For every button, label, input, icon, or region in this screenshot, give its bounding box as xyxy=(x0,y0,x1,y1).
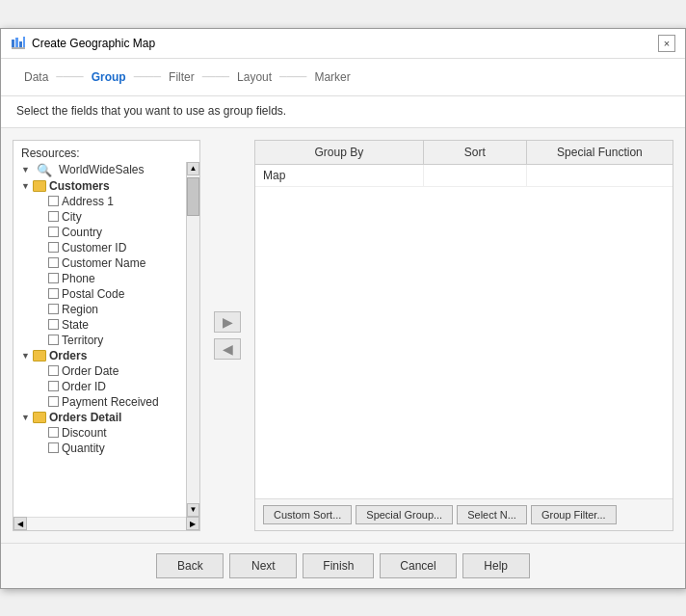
city-checkbox[interactable] xyxy=(48,211,59,222)
group-filter-button[interactable]: Group Filter... xyxy=(531,505,617,524)
select-n-button[interactable]: Select N... xyxy=(457,505,527,524)
vertical-scrollbar[interactable]: ▲ ▼ xyxy=(186,162,199,517)
tree-item-city[interactable]: City xyxy=(13,209,186,225)
territory-label: Territory xyxy=(62,334,103,347)
dialog: Create Geographic Map × Data ──── Group … xyxy=(0,28,686,589)
tree-root[interactable]: ▼ 🔍 WorldWideSales xyxy=(13,162,186,178)
transfer-arrows: ▶ ◀ xyxy=(210,140,245,531)
scroll-thumb[interactable] xyxy=(187,177,199,216)
h-scroll-track[interactable] xyxy=(27,518,186,530)
tab-layout[interactable]: Layout xyxy=(229,68,279,86)
customername-label: Customer Name xyxy=(62,256,145,270)
table-body: Map xyxy=(255,165,673,498)
wizard-description: Select the fields that you want to use a… xyxy=(1,96,685,128)
root-label: WorldWideSales xyxy=(59,163,144,176)
tab-filter[interactable]: Filter xyxy=(161,68,202,86)
quantity-checkbox[interactable] xyxy=(48,442,59,453)
move-right-button[interactable]: ▶ xyxy=(214,311,241,333)
orders-expand-arrow: ▼ xyxy=(21,351,33,361)
tree-item-customername[interactable]: Customer Name xyxy=(13,255,186,271)
tree-item-state[interactable]: State xyxy=(13,317,186,333)
table-header: Group By Sort Special Function xyxy=(255,141,673,165)
cancel-button[interactable]: Cancel xyxy=(380,553,456,578)
close-button[interactable]: × xyxy=(658,35,675,52)
discount-label: Discount xyxy=(62,426,107,440)
tree-item-territory[interactable]: Territory xyxy=(13,333,186,348)
ordersdetail-label: Orders Detail xyxy=(49,411,121,424)
orderid-checkbox[interactable] xyxy=(48,381,59,391)
svg-rect-1 xyxy=(15,38,18,47)
tree-item-discount[interactable]: Discount xyxy=(13,425,186,441)
next-button[interactable]: Next xyxy=(229,553,297,578)
state-label: State xyxy=(62,318,89,332)
scroll-left-arrow[interactable]: ◀ xyxy=(13,517,27,530)
scroll-down-arrow[interactable]: ▼ xyxy=(187,503,199,517)
country-checkbox[interactable] xyxy=(48,227,59,237)
tree-item-orderdate[interactable]: Order Date xyxy=(13,363,186,379)
tree-item-paymentreceived[interactable]: Payment Received xyxy=(13,394,186,410)
svg-rect-2 xyxy=(19,41,22,47)
special-group-button[interactable]: Special Group... xyxy=(356,505,453,524)
dialog-title: Create Geographic Map xyxy=(32,37,155,50)
orderdate-checkbox[interactable] xyxy=(48,365,59,376)
search-icon: 🔍 xyxy=(37,163,52,177)
custom-sort-button[interactable]: Custom Sort... xyxy=(263,505,352,524)
discount-checkbox[interactable] xyxy=(48,427,59,438)
bottom-buttons-row: Custom Sort... Special Group... Select N… xyxy=(255,498,673,530)
help-button[interactable]: Help xyxy=(462,553,530,578)
state-checkbox[interactable] xyxy=(48,319,59,330)
customername-checkbox[interactable] xyxy=(48,257,59,268)
scroll-track[interactable] xyxy=(187,216,199,503)
tree-item-postalcode[interactable]: Postal Code xyxy=(13,286,186,302)
orderid-label: Order ID xyxy=(62,380,106,393)
back-button[interactable]: Back xyxy=(156,553,224,578)
tab-group[interactable]: Group xyxy=(84,68,134,86)
orders-folder-icon xyxy=(33,350,46,362)
td-sort xyxy=(424,165,527,186)
address1-checkbox[interactable] xyxy=(48,196,59,206)
scroll-right-arrow[interactable]: ▶ xyxy=(186,517,199,530)
tree-item-region[interactable]: Region xyxy=(13,302,186,317)
left-panel: Resources: ▼ 🔍 WorldWideSales ▼ Customer… xyxy=(13,140,200,531)
main-content: Resources: ▼ 🔍 WorldWideSales ▼ Customer… xyxy=(1,128,685,543)
tab-divider-1: ──── xyxy=(56,71,83,82)
tab-marker[interactable]: Marker xyxy=(306,68,357,86)
tree-item-address1[interactable]: Address 1 xyxy=(13,194,186,209)
table-row[interactable]: Map xyxy=(255,165,673,187)
phone-checkbox[interactable] xyxy=(48,273,59,283)
svg-rect-3 xyxy=(23,37,25,47)
quantity-label: Quantity xyxy=(62,442,105,455)
customerid-checkbox[interactable] xyxy=(48,242,59,253)
orderdate-label: Order Date xyxy=(62,364,119,378)
tree-item-country[interactable]: Country xyxy=(13,225,186,240)
postalcode-label: Postal Code xyxy=(62,287,124,301)
scroll-up-arrow[interactable]: ▲ xyxy=(187,162,199,175)
city-label: City xyxy=(62,210,82,224)
tree-item-phone[interactable]: Phone xyxy=(13,271,186,286)
country-label: Country xyxy=(62,226,102,239)
tab-divider-2: ──── xyxy=(134,71,161,82)
ordersdetail-expand-arrow: ▼ xyxy=(21,413,33,422)
tab-data[interactable]: Data xyxy=(16,68,56,86)
tree-folder-orders[interactable]: ▼ Orders xyxy=(13,348,186,363)
wizard-tabs: Data ──── Group ──── Filter ──── Layout … xyxy=(1,59,685,96)
customers-label: Customers xyxy=(49,179,110,193)
customerid-label: Customer ID xyxy=(62,241,126,254)
finish-button[interactable]: Finish xyxy=(303,553,374,578)
tree-folder-ordersdetail[interactable]: ▼ Orders Detail xyxy=(13,410,186,425)
tree-folder-customers[interactable]: ▼ Customers xyxy=(13,178,186,194)
region-checkbox[interactable] xyxy=(48,304,59,314)
tree-item-customerid[interactable]: Customer ID xyxy=(13,240,186,255)
tree-item-orderid[interactable]: Order ID xyxy=(13,379,186,394)
footer: Back Next Finish Cancel Help xyxy=(1,543,685,588)
postalcode-checkbox[interactable] xyxy=(48,288,59,299)
th-group-by: Group By xyxy=(255,141,424,164)
tab-divider-4: ──── xyxy=(279,71,306,82)
tree-item-quantity[interactable]: Quantity xyxy=(13,441,186,456)
title-bar: Create Geographic Map × xyxy=(1,29,685,59)
paymentreceived-checkbox[interactable] xyxy=(48,396,59,407)
territory-checkbox[interactable] xyxy=(48,335,59,345)
root-expand-arrow: ▼ xyxy=(21,165,33,174)
horizontal-scrollbar[interactable]: ◀ ▶ xyxy=(13,517,199,530)
move-left-button[interactable]: ◀ xyxy=(214,338,241,360)
